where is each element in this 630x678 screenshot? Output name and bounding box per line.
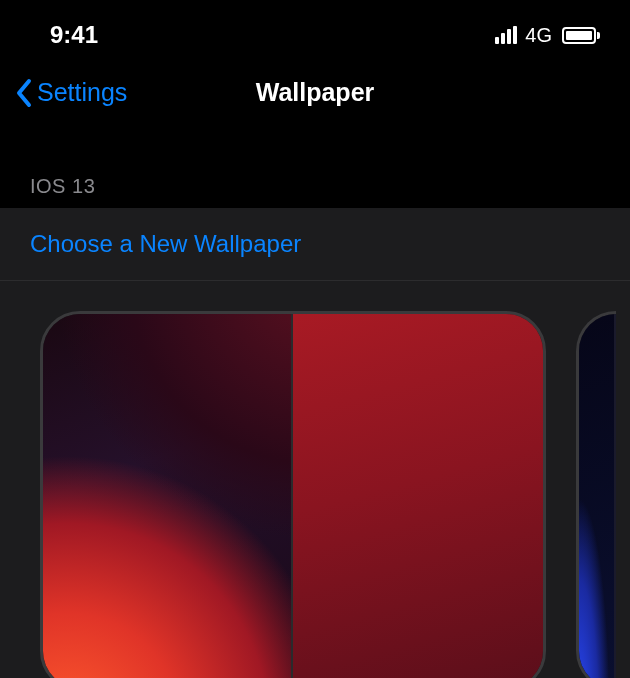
network-type-label: 4G (525, 24, 552, 47)
status-time: 9:41 (50, 21, 98, 49)
choose-wallpaper-label: Choose a New Wallpaper (30, 230, 600, 258)
navigation-bar: Settings Wallpaper (0, 65, 630, 120)
choose-wallpaper-row[interactable]: Choose a New Wallpaper (0, 208, 630, 281)
back-button[interactable]: Settings (15, 78, 127, 108)
status-bar: 9:41 4G (0, 0, 630, 65)
home-screen-preview (293, 314, 543, 678)
back-label: Settings (37, 78, 127, 107)
battery-icon (562, 27, 600, 44)
content-area: Choose a New Wallpaper (0, 208, 630, 678)
wallpaper-preview-scroll[interactable] (0, 281, 630, 678)
lock-screen-preview (43, 314, 293, 678)
cellular-signal-icon (495, 26, 517, 44)
status-indicators: 4G (495, 24, 600, 47)
section-header-label: IOS 13 (30, 175, 600, 198)
wallpaper-preview-pair[interactable] (40, 311, 546, 678)
section-header: IOS 13 (0, 150, 630, 208)
wallpaper-preview-pair[interactable] (576, 311, 616, 678)
chevron-left-icon (15, 78, 35, 108)
lock-screen-preview (579, 314, 616, 678)
page-title: Wallpaper (256, 78, 375, 107)
